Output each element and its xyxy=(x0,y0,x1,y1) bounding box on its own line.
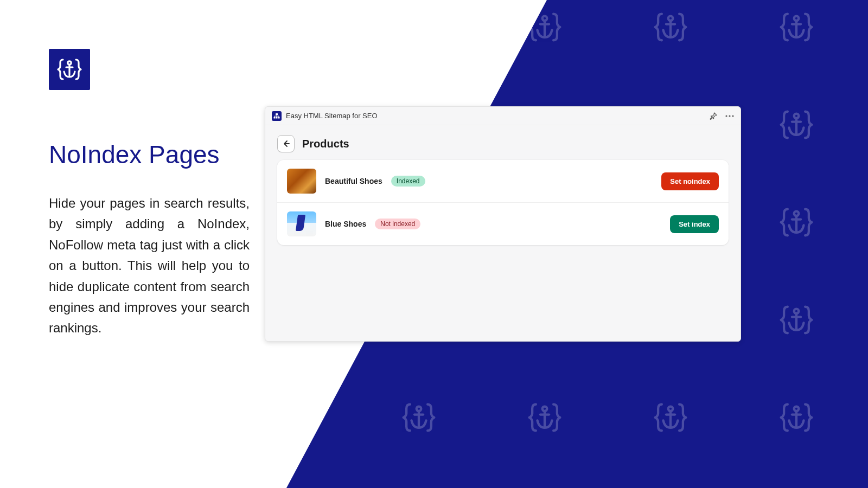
svg-point-6 xyxy=(291,16,296,21)
svg-point-3 xyxy=(165,16,170,21)
svg-point-175 xyxy=(725,115,727,117)
index-status-badge: Not indexed xyxy=(375,219,420,229)
app-header: Easy HTML Sitemap for SEO xyxy=(265,107,741,125)
index-status-badge: Indexed xyxy=(391,176,425,187)
app-logo-icon xyxy=(272,111,282,121)
app-title: Easy HTML Sitemap for SEO xyxy=(286,112,378,120)
products-card: Beautiful ShoesIndexedSet noindexBlue Sh… xyxy=(277,160,729,245)
set-noindex-button[interactable]: Set noindex xyxy=(661,172,719,190)
svg-point-87 xyxy=(165,407,170,412)
svg-point-177 xyxy=(732,115,733,117)
set-index-button[interactable]: Set index xyxy=(670,215,719,233)
product-name: Beautiful Shoes xyxy=(325,177,382,185)
product-name: Blue Shoes xyxy=(325,220,366,228)
pin-icon[interactable] xyxy=(709,112,718,120)
svg-point-21 xyxy=(39,114,44,119)
svg-point-9 xyxy=(417,16,422,21)
product-row: Blue ShoesNot indexedSet index xyxy=(277,202,729,245)
svg-point-90 xyxy=(291,407,296,412)
svg-rect-173 xyxy=(276,117,278,118)
svg-point-176 xyxy=(729,115,730,117)
arrow-left-icon xyxy=(282,139,290,148)
anchor-braces-icon xyxy=(55,55,84,84)
brand-logo xyxy=(49,49,90,90)
product-row: Beautiful ShoesIndexedSet noindex xyxy=(277,160,729,202)
svg-rect-172 xyxy=(274,117,276,118)
svg-point-63 xyxy=(39,309,44,314)
back-button[interactable] xyxy=(277,135,295,152)
product-thumbnail xyxy=(287,169,316,194)
marketing-description: Hide your pages in search results, by si… xyxy=(49,193,250,339)
page-title: Products xyxy=(302,138,349,150)
svg-rect-171 xyxy=(276,113,278,115)
svg-point-0 xyxy=(39,16,44,21)
more-icon[interactable] xyxy=(725,112,734,120)
app-window: Easy HTML Sitemap for SEO Products Beaut… xyxy=(265,106,741,342)
svg-point-84 xyxy=(39,407,44,412)
marketing-column: NoIndex Pages Hide your pages in search … xyxy=(49,49,250,339)
svg-point-42 xyxy=(39,211,44,216)
svg-rect-174 xyxy=(278,117,280,118)
product-thumbnail xyxy=(287,211,316,236)
headline: NoIndex Pages xyxy=(49,140,250,169)
